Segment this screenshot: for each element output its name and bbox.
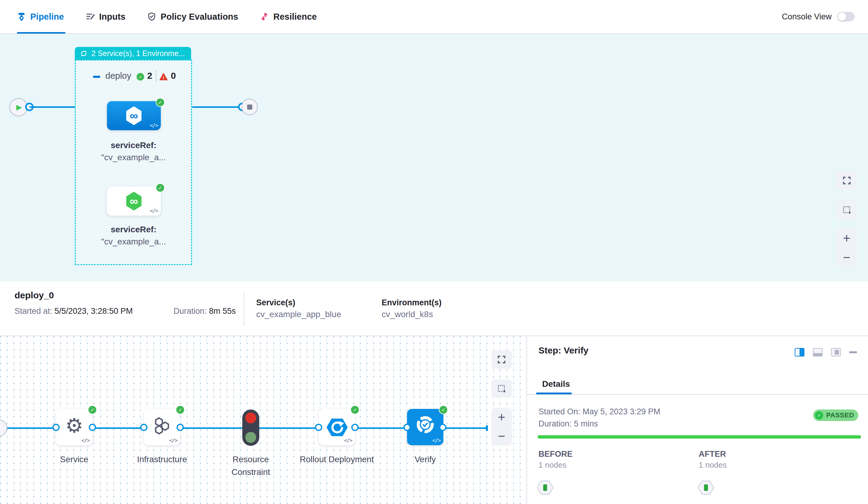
canvas-zoom-controls: + −: [837, 229, 857, 267]
step-node-rollout-deployment[interactable]: </>: [319, 409, 355, 445]
tab-inputs[interactable]: Inputs: [86, 12, 125, 22]
exec-canvas-fullscreen-button[interactable]: [491, 350, 512, 369]
traffic-light-green: [245, 432, 256, 443]
service-node-2[interactable]: ∞ </>: [107, 187, 161, 216]
status-badge-label: PASSED: [826, 411, 854, 419]
step-node-verify[interactable]: </>: [407, 409, 443, 445]
stage-failed-count: 0: [171, 71, 176, 81]
active-tab-indicator: [17, 32, 65, 34]
details-tab-indicator: [536, 392, 572, 394]
tab-pipeline[interactable]: Pipeline: [17, 12, 64, 22]
step-label-service: Service: [44, 453, 104, 466]
service-1-label-key: serviceRef:: [88, 141, 179, 150]
step-started-on: Started On: May 5, 2023 3:29 PM: [538, 407, 660, 416]
pipeline-execution-page: Pipeline Inputs Policy Evaluations R: [0, 0, 868, 504]
pipeline-end-node[interactable]: [241, 99, 258, 115]
before-node-hexagon[interactable]: [536, 480, 554, 495]
exec-zoom-in-button[interactable]: +: [498, 411, 506, 424]
summary-divider: [244, 292, 245, 326]
layout-drawer-button[interactable]: [831, 348, 841, 357]
service-node-1[interactable]: ∞ </>: [107, 101, 161, 130]
rollout-deployment-icon: [326, 418, 348, 437]
stage-group-header[interactable]: 2 Service(s), 1 Environme...: [75, 47, 191, 60]
infinity-glyph: ∞: [130, 195, 138, 208]
started-at-value: 5/5/2023, 3:28:50 PM: [54, 307, 133, 316]
tab-details[interactable]: Details: [542, 379, 570, 389]
services-value[interactable]: cv_example_app_blue: [256, 310, 341, 319]
service-2-label-value: "cv_example_a...: [88, 237, 179, 247]
console-view-toggle[interactable]: [837, 12, 855, 21]
gear-icon: ⚙: [65, 415, 83, 435]
step-label-infrastructure: Infrastructure: [126, 453, 198, 466]
connector: [439, 424, 446, 431]
canvas-reset-selection-button[interactable]: [837, 200, 857, 219]
environments-header: Environment(s): [382, 298, 442, 307]
step-duration: Duration: 5 mins: [538, 419, 598, 429]
canvas-fullscreen-button[interactable]: [837, 171, 857, 189]
services-header: Service(s): [256, 298, 295, 307]
stage-success-count: 2: [147, 71, 152, 81]
header-tab-bar: Pipeline Inputs Policy Evaluations R: [0, 0, 868, 34]
tab-policy-evaluations[interactable]: Policy Evaluations: [147, 12, 238, 22]
pipeline-stage-canvas[interactable]: ▶ 2 Service(s), 1 Environme... deploy ✓ …: [0, 34, 868, 281]
zoom-out-button[interactable]: −: [843, 251, 850, 264]
layout-split-bottom-button[interactable]: [813, 348, 823, 357]
service-2-label-key: serviceRef:: [88, 225, 179, 235]
pipeline-start-node[interactable]: ▶: [9, 98, 28, 116]
edge-end-cap: [486, 425, 488, 431]
exec-canvas-reset-selection-button[interactable]: [491, 380, 512, 398]
connector: [140, 424, 147, 431]
tab-inputs-label: Inputs: [99, 12, 125, 22]
connector: [177, 424, 184, 431]
service-1-success-badge: ✓: [156, 98, 165, 107]
status-badge: ✓ PASSED: [813, 410, 858, 421]
stage-group-badge-label: 2 Service(s), 1 Environme...: [92, 49, 185, 58]
duration: Duration: 8m 55s: [174, 307, 236, 316]
stage-name[interactable]: deploy: [105, 71, 131, 81]
tab-separator: [527, 394, 868, 395]
resilience-chaos-icon: [260, 12, 269, 21]
layout-split-right-button[interactable]: [795, 348, 804, 357]
toggle-knob: [838, 12, 846, 21]
zoom-in-button[interactable]: +: [843, 232, 850, 245]
tab-resilience[interactable]: Resilience: [260, 12, 317, 22]
loop-icon: [80, 49, 88, 58]
verify-icon: [415, 414, 435, 435]
code-glyph: </>: [344, 437, 352, 443]
step-label-resource-constraint: Resource Constraint: [215, 453, 287, 479]
previous-node-partial: [0, 420, 7, 436]
after-node-hexagon[interactable]: [697, 480, 715, 495]
environments-value[interactable]: cv_world_k8s: [382, 310, 433, 319]
step-node-resource-constraint[interactable]: [242, 410, 259, 446]
count-divider: [156, 70, 156, 82]
collapse-stage-icon[interactable]: [93, 76, 100, 78]
step-label-rollout-deployment: Rollout Deployment: [297, 453, 376, 466]
console-view-control: Console View: [782, 12, 855, 21]
drawer-icon-fill: [835, 350, 839, 355]
stage-run-name[interactable]: deploy_0: [14, 290, 54, 300]
exec-zoom-out-button[interactable]: −: [498, 430, 506, 443]
console-view-label: Console View: [782, 12, 831, 21]
verify-step-success-badge: ✓: [439, 405, 448, 414]
step-graph-canvas[interactable]: ⚙ </> ✓ Service </> ✓ Infrastructure Res…: [0, 336, 527, 504]
step-node-service[interactable]: ⚙ </>: [56, 409, 92, 445]
traffic-light-red: [245, 412, 256, 423]
connector: [403, 424, 411, 431]
code-glyph: </>: [149, 207, 158, 214]
code-glyph: </>: [81, 437, 89, 443]
edge-start-to-stage: [29, 106, 76, 108]
tab-policy-evaluations-label: Policy Evaluations: [161, 12, 238, 22]
edge-stage-to-end: [192, 106, 241, 108]
harness-service-icon: ∞: [125, 192, 142, 210]
stage-success-badge-icon: ✓: [137, 73, 144, 81]
step-label-verify: Verify: [393, 453, 458, 466]
step-details-panel: Step: Verify Details Started On: May 5, …: [527, 336, 868, 504]
step-node-infrastructure[interactable]: </>: [144, 409, 180, 445]
connector: [89, 424, 96, 431]
infinity-glyph: ∞: [130, 109, 138, 122]
after-label: AFTER: [699, 450, 726, 459]
minimize-panel-button[interactable]: [849, 351, 857, 353]
shield-check-icon: [147, 12, 156, 21]
duration-value: 8m 55s: [209, 307, 236, 316]
harness-service-icon: ∞: [125, 106, 142, 125]
